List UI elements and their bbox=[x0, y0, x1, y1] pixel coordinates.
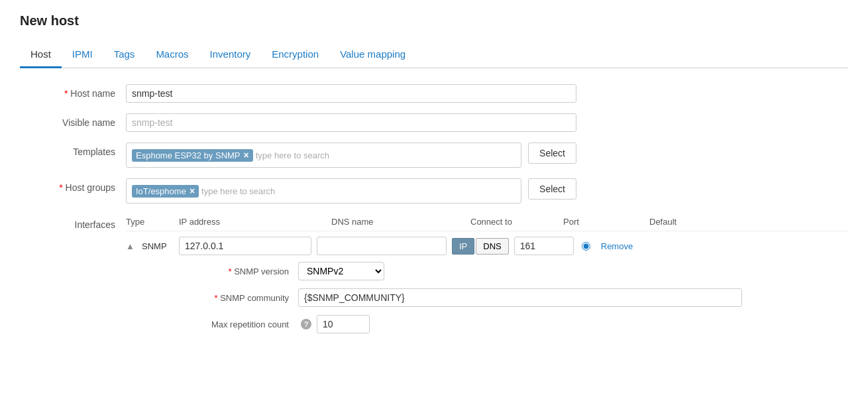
connect-dns-button[interactable]: DNS bbox=[476, 238, 508, 255]
template-tag-remove[interactable]: × bbox=[244, 150, 249, 160]
interfaces-header: Type IP address DNS name Connect to Port… bbox=[126, 217, 848, 231]
host-groups-row: Host groups IoT/esphome × type here to s… bbox=[20, 178, 848, 204]
max-rep-input[interactable] bbox=[317, 315, 370, 333]
host-name-input[interactable] bbox=[126, 84, 576, 103]
tab-inventory[interactable]: Inventory bbox=[199, 42, 262, 68]
interface-type-label: SNMP bbox=[142, 241, 179, 251]
tab-tags[interactable]: Tags bbox=[103, 42, 146, 68]
host-group-tag-label: IoT/esphome bbox=[136, 186, 186, 196]
snmp-sub-form: SNMP version SNMPv1 SNMPv2 SNMPv3 SNMP c… bbox=[179, 262, 848, 333]
snmp-version-label: SNMP version bbox=[179, 266, 298, 276]
visible-name-control bbox=[126, 113, 576, 132]
interface-dns-input[interactable] bbox=[317, 237, 447, 255]
interfaces-section: Type IP address DNS name Connect to Port… bbox=[126, 217, 848, 333]
templates-select-button[interactable]: Select bbox=[528, 143, 576, 164]
visible-name-input[interactable] bbox=[126, 113, 576, 132]
interface-port-input[interactable] bbox=[514, 237, 574, 255]
template-tag-label: Esphome ESP32 by SNMP bbox=[136, 150, 241, 160]
tabs-nav: Host IPMI Tags Macros Inventory Encrypti… bbox=[20, 42, 848, 68]
templates-placeholder: type here to search bbox=[256, 150, 329, 160]
tab-macros[interactable]: Macros bbox=[145, 42, 199, 68]
interface-ip-input[interactable] bbox=[179, 237, 311, 255]
max-rep-label: Max repetition count bbox=[179, 320, 298, 329]
max-rep-help-icon[interactable]: ? bbox=[301, 319, 311, 329]
col-default-header: Default bbox=[649, 217, 702, 227]
interface-row-snmp: ▲ SNMP IP DNS Remove bbox=[126, 237, 848, 255]
col-type-header: Type bbox=[126, 217, 179, 227]
snmp-version-select[interactable]: SNMPv1 SNMPv2 SNMPv3 bbox=[298, 262, 384, 280]
visible-name-label: Visible name bbox=[20, 113, 126, 128]
host-group-tag-remove[interactable]: × bbox=[190, 186, 195, 196]
host-groups-label: Host groups bbox=[20, 178, 126, 193]
templates-multiselect[interactable]: Esphome ESP32 by SNMP × type here to sea… bbox=[126, 143, 521, 168]
interface-default-radio-input[interactable] bbox=[582, 242, 590, 251]
host-groups-multiselect[interactable]: IoT/esphome × type here to search bbox=[126, 178, 521, 204]
interface-default-radio bbox=[582, 242, 590, 251]
templates-control: Esphome ESP32 by SNMP × type here to sea… bbox=[126, 143, 576, 168]
snmp-community-row: SNMP community bbox=[179, 288, 848, 307]
tab-ipmi[interactable]: IPMI bbox=[62, 42, 103, 68]
host-name-label: Host name bbox=[20, 84, 126, 99]
col-ip-header: IP address bbox=[179, 217, 331, 227]
interfaces-row: Interfaces Type IP address DNS name Conn… bbox=[20, 214, 848, 341]
host-form: Host name Visible name Templates Esphome… bbox=[20, 84, 848, 341]
templates-label: Templates bbox=[20, 143, 126, 157]
host-groups-control: IoT/esphome × type here to search Select bbox=[126, 178, 576, 204]
host-group-tag-iot: IoT/esphome × bbox=[132, 185, 199, 198]
tab-value-mapping[interactable]: Value mapping bbox=[329, 42, 416, 68]
host-name-row: Host name bbox=[20, 84, 848, 103]
col-port-header: Port bbox=[563, 217, 649, 227]
tab-host[interactable]: Host bbox=[20, 42, 62, 68]
template-tag-esphome: Esphome ESP32 by SNMP × bbox=[132, 149, 253, 162]
col-connect-header: Connect to bbox=[470, 217, 563, 227]
interfaces-label: Interfaces bbox=[20, 214, 126, 230]
tab-encryption[interactable]: Encryption bbox=[261, 42, 329, 68]
host-name-control bbox=[126, 84, 576, 103]
col-dns-header: DNS name bbox=[331, 217, 470, 227]
host-groups-placeholder: type here to search bbox=[201, 186, 275, 196]
visible-name-row: Visible name bbox=[20, 113, 848, 132]
connect-btns: IP DNS bbox=[452, 238, 509, 255]
interface-toggle-icon[interactable]: ▲ bbox=[126, 241, 139, 251]
page-title: New host bbox=[20, 13, 848, 29]
interface-remove-link[interactable]: Remove bbox=[601, 241, 633, 251]
interfaces-control: Type IP address DNS name Connect to Port… bbox=[126, 214, 848, 341]
connect-ip-button[interactable]: IP bbox=[452, 238, 474, 255]
templates-row: Templates Esphome ESP32 by SNMP × type h… bbox=[20, 143, 848, 168]
snmp-community-label: SNMP community bbox=[179, 293, 298, 303]
snmp-community-input[interactable] bbox=[298, 288, 742, 307]
host-groups-select-button[interactable]: Select bbox=[528, 178, 576, 200]
snmp-version-row: SNMP version SNMPv1 SNMPv2 SNMPv3 bbox=[179, 262, 848, 280]
max-rep-row: Max repetition count ? bbox=[179, 315, 848, 333]
